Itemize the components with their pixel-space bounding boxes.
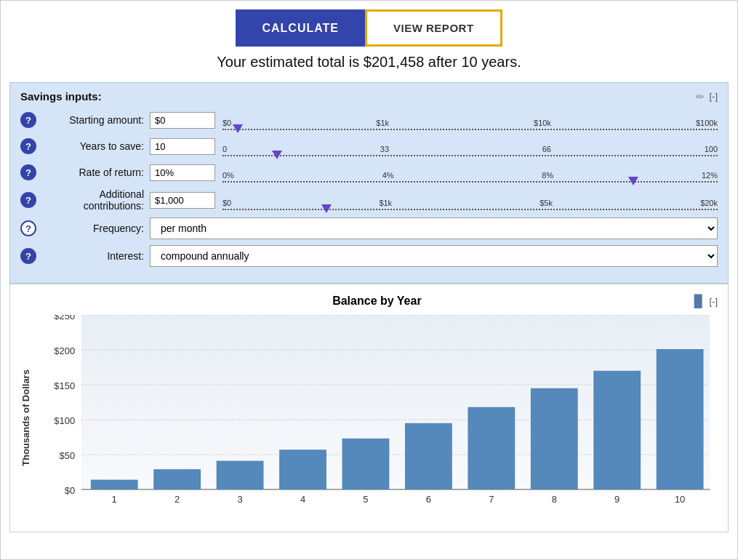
years-to-save-label: Years to save:: [42, 140, 144, 152]
rate-of-return-help[interactable]: ?: [20, 164, 36, 180]
years-to-save-row: ? Years to save: 0 33 66 100: [20, 136, 718, 156]
svg-text:5: 5: [363, 495, 368, 504]
years-to-save-slider-thumb[interactable]: [272, 151, 282, 159]
chart-controls: ▐▌ [-]: [690, 295, 718, 308]
bar-chart-icon[interactable]: ▐▌: [690, 295, 707, 308]
bar-10: [657, 349, 704, 489]
collapse-button[interactable]: [-]: [709, 91, 718, 102]
starting-amount-slider-labels: $0 $1k $10k $100k: [222, 119, 718, 127]
bar-chart: $250 $200 $150 $100 $50 $0 1: [34, 315, 718, 519]
svg-text:6: 6: [426, 495, 431, 504]
frequency-row: ? Frequency: per month per year one time: [20, 217, 718, 239]
interest-row: ? Interest: compound annually compound m…: [20, 245, 718, 267]
svg-text:10: 10: [675, 495, 685, 504]
starting-amount-input[interactable]: [150, 112, 215, 129]
rate-of-return-input[interactable]: [150, 164, 215, 181]
additional-contributions-slider-labels: $0 $1k $5k $20k: [222, 199, 718, 207]
bar-3: [217, 461, 264, 489]
chart-inner: $250 $200 $150 $100 $50 $0 1: [34, 315, 718, 521]
frequency-select[interactable]: per month per year one time: [150, 217, 718, 239]
svg-text:7: 7: [489, 495, 494, 504]
additional-contributions-help[interactable]: ?: [20, 192, 36, 208]
calculate-button[interactable]: CALCULATE: [236, 9, 365, 47]
chart-title: Balance by Year: [64, 295, 690, 308]
additional-contributions-label: Additionalcontributions:: [42, 188, 144, 212]
bar-1: [91, 480, 138, 489]
rate-of-return-slider-track[interactable]: [222, 181, 718, 183]
rate-of-return-slider-area: 0% 4% 8% 12%: [222, 162, 718, 183]
chart-container: Thousands of Dollars $250 $200 $150: [20, 315, 718, 521]
chart-collapse-button[interactable]: [-]: [709, 296, 718, 307]
svg-text:$100: $100: [54, 416, 75, 425]
starting-amount-slider-track[interactable]: [222, 129, 718, 130]
svg-text:8: 8: [552, 495, 557, 504]
starting-amount-label: Starting amount:: [42, 114, 144, 126]
svg-text:3: 3: [237, 495, 242, 504]
svg-text:$50: $50: [60, 451, 76, 460]
starting-amount-slider-area: $0 $1k $10k $100k: [222, 110, 718, 130]
interest-help[interactable]: ?: [20, 248, 36, 264]
y-axis-label: Thousands of Dollars: [20, 315, 31, 521]
rate-of-return-slider-labels: 0% 4% 8% 12%: [222, 171, 718, 180]
bar-6: [405, 423, 452, 489]
bar-7: [468, 407, 515, 489]
svg-text:$0: $0: [65, 486, 75, 495]
additional-contributions-slider-thumb[interactable]: [321, 204, 332, 213]
bar-8: [531, 388, 578, 489]
years-to-save-slider-labels: 0 33 66 100: [222, 145, 718, 153]
savings-panel: Savings inputs: ✏ [-] ? Starting amount:…: [9, 82, 729, 284]
years-to-save-help[interactable]: ?: [20, 138, 36, 154]
interest-select[interactable]: compound annually compound monthly simpl…: [150, 245, 718, 267]
starting-amount-help[interactable]: ?: [20, 112, 36, 128]
frequency-label: Frequency:: [42, 223, 144, 234]
years-to-save-input[interactable]: [150, 138, 215, 155]
view-report-button[interactable]: VIEW REPORT: [365, 9, 502, 47]
top-buttons-container: CALCULATE VIEW REPORT: [9, 9, 729, 47]
additional-contributions-input[interactable]: [150, 192, 215, 209]
years-to-save-slider-area: 0 33 66 100: [222, 136, 718, 156]
bar-5: [342, 439, 390, 489]
bar-9: [593, 371, 641, 489]
svg-text:$250: $250: [54, 315, 75, 321]
rate-of-return-row: ? Rate of return: 0% 4% 8% 12%: [20, 162, 718, 183]
savings-header-controls: ✏ [-]: [696, 91, 718, 103]
rate-of-return-slider-thumb[interactable]: [628, 177, 638, 185]
years-to-save-slider-track[interactable]: [222, 155, 718, 156]
savings-title: Savings inputs:: [20, 90, 102, 103]
savings-header: Savings inputs: ✏ [-]: [20, 90, 718, 103]
chart-section: Balance by Year ▐▌ [-] Thousands of Doll…: [9, 284, 729, 532]
starting-amount-slider-thumb[interactable]: [233, 124, 243, 133]
additional-contributions-slider-track[interactable]: [222, 209, 718, 210]
svg-text:1: 1: [112, 495, 117, 504]
starting-amount-row: ? Starting amount: $0 $1k $10k $100k: [20, 110, 718, 130]
rate-of-return-label: Rate of return:: [42, 167, 144, 178]
svg-text:9: 9: [614, 495, 619, 504]
additional-contributions-slider-area: $0 $1k $5k $20k: [222, 190, 718, 210]
chart-header: Balance by Year ▐▌ [-]: [20, 295, 718, 308]
svg-text:$200: $200: [54, 346, 75, 356]
interest-label: Interest:: [42, 250, 144, 262]
bar-4: [279, 449, 326, 489]
svg-text:2: 2: [175, 495, 180, 504]
additional-contributions-row: ? Additionalcontributions: $0 $1k $5k $2…: [20, 188, 718, 212]
svg-text:$150: $150: [54, 381, 75, 391]
svg-text:4: 4: [300, 495, 305, 504]
edit-icon[interactable]: ✏: [696, 91, 705, 103]
bar-2: [153, 469, 201, 489]
frequency-help[interactable]: ?: [20, 220, 36, 236]
summary-text: Your estimated total is $201,458 after 1…: [9, 54, 729, 71]
